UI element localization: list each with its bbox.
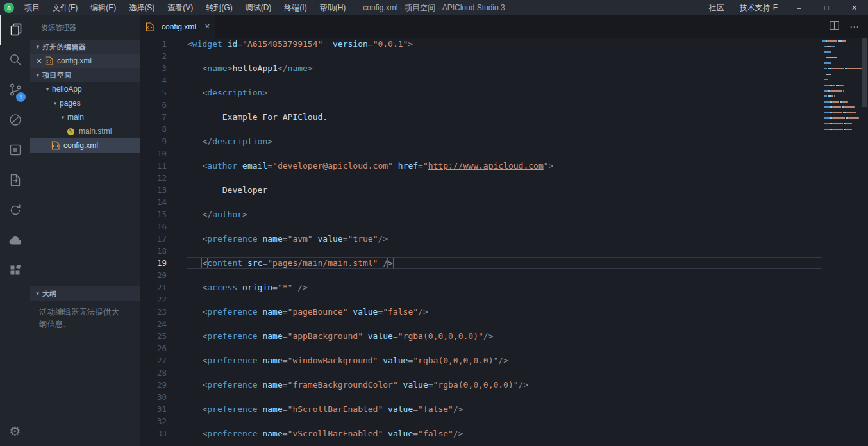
section-project[interactable]: ▾ 项目空间 [30, 68, 140, 82]
code-line-4[interactable]: 4 [140, 74, 822, 87]
activity-plugins-icon[interactable] [0, 256, 30, 286]
line-content [187, 147, 822, 160]
code-line-23[interactable]: 23 <preference name="pageBounce" value="… [140, 306, 822, 318]
tree-item-label: main.stml [79, 127, 112, 136]
code-line-8[interactable]: 8 [140, 123, 822, 135]
tree-item-main.stml[interactable]: Smain.stml [30, 124, 140, 138]
tree-item-config.xml[interactable]: config.xml [30, 138, 140, 153]
scrollbar-thumb[interactable] [862, 38, 867, 107]
code-line-13[interactable]: 13 Developer [140, 184, 822, 196]
code-line-29[interactable]: 29 <preference name="frameBackgroundColo… [140, 379, 822, 391]
code-editor[interactable]: 1<widget id="A6154853799154" version="0.… [140, 38, 868, 446]
code-line-17[interactable]: 17 <preference name="avm" value="true"/> [140, 233, 822, 245]
code-line-10[interactable]: 10 [140, 147, 822, 160]
code-line-28[interactable]: 28 [140, 367, 822, 379]
maximize-button[interactable]: □ [813, 0, 840, 15]
plugins-icon [8, 263, 23, 280]
line-number: 28 [140, 367, 167, 379]
line-number: 11 [140, 160, 167, 172]
minimize-button[interactable]: – [785, 0, 813, 15]
code-lines[interactable]: 1<widget id="A6154853799154" version="0.… [140, 38, 822, 446]
code-line-26[interactable]: 26 [140, 342, 822, 354]
activity-source-control-icon[interactable]: 1 [0, 76, 30, 106]
line-number: 27 [140, 354, 167, 367]
code-line-7[interactable]: 7 Example For APICloud. [140, 111, 822, 123]
more-actions-icon[interactable]: ⋯ [849, 21, 859, 33]
code-line-27[interactable]: 27 <preference name="windowBackground" v… [140, 354, 822, 367]
line-number: 24 [140, 318, 167, 330]
activity-app-window-icon[interactable] [0, 136, 30, 166]
open-editors-list: ✕config.xml [30, 54, 140, 68]
menu-项目[interactable]: 项目 [18, 0, 46, 15]
code-line-14[interactable]: 14 [140, 196, 822, 208]
chevron-down-icon: ▾ [43, 86, 52, 92]
tree-item-main[interactable]: ▾main [30, 110, 140, 124]
community-link[interactable]: 社区 [701, 0, 732, 15]
menu-调试(D)[interactable]: 调试(D) [239, 0, 278, 15]
code-line-11[interactable]: 11 <author email="developer@apicloud.com… [140, 160, 822, 172]
line-content [187, 342, 822, 354]
code-line-22[interactable]: 22 [140, 293, 822, 306]
activity-search-icon[interactable] [0, 45, 30, 76]
activity-explorer-icon[interactable] [0, 15, 30, 45]
code-line-16[interactable]: 16 [140, 220, 822, 233]
code-line-20[interactable]: 20 [140, 269, 822, 281]
code-line-30[interactable]: 30 [140, 391, 822, 403]
code-line-24[interactable]: 24 [140, 318, 822, 330]
menu-转到(G)[interactable]: 转到(G) [199, 0, 238, 15]
code-line-19[interactable]: 19 <content src="pages/main/main.stml" /… [140, 257, 822, 269]
line-content [187, 123, 822, 135]
close-button[interactable]: ✕ [840, 0, 868, 15]
menu-帮助(H)[interactable]: 帮助(H) [313, 0, 353, 15]
app-window-icon [8, 142, 23, 160]
code-line-31[interactable]: 31 <preference name="hScrollBarEnabled" … [140, 403, 822, 415]
line-number: 2 [140, 50, 167, 62]
code-line-2[interactable]: 2 [140, 50, 822, 62]
menu-选择(S)[interactable]: 选择(S) [122, 0, 161, 15]
code-line-21[interactable]: 21 <access origin="*" /> [140, 281, 822, 293]
code-line-6[interactable]: 6 [140, 99, 822, 111]
code-line-15[interactable]: 15 </author> [140, 208, 822, 220]
tree-item-helloApp[interactable]: ▾helloApp [30, 82, 140, 96]
line-content: <access origin="*" /> [187, 281, 822, 293]
line-content [187, 367, 822, 379]
activity-cloud-icon[interactable] [0, 226, 30, 256]
code-line-33[interactable]: 33 <preference name="vScrollBarEnabled" … [140, 427, 822, 440]
code-line-1[interactable]: 1<widget id="A6154853799154" version="0.… [140, 38, 822, 50]
tree-item-pages[interactable]: ▾pages [30, 96, 140, 110]
code-line-3[interactable]: 3 <name>helloApp1</name> [140, 62, 822, 74]
code-line-9[interactable]: 9 </description> [140, 135, 822, 147]
project-tree: ▾helloApp▾pages▾mainSmain.stmlconfig.xml [30, 82, 140, 286]
section-open-editors[interactable]: ▾ 打开的编辑器 [30, 40, 140, 54]
support-link[interactable]: 技术支持-F [732, 0, 785, 15]
line-number: 18 [140, 245, 167, 257]
code-line-32[interactable]: 32 [140, 415, 822, 427]
activity-settings-gear-icon[interactable]: ⚙ [0, 416, 30, 446]
tab-config-xml[interactable]: config.xml ✕ [140, 15, 215, 38]
close-editor-icon[interactable]: ✕ [34, 57, 44, 65]
editor-group: config.xml ✕ ⋯ 1<widget id="A61548537991… [140, 15, 868, 446]
section-outline[interactable]: ▾ 大纲 [30, 286, 140, 301]
code-line-18[interactable]: 18 [140, 245, 822, 257]
code-line-25[interactable]: 25 <preference name="appBackground" valu… [140, 330, 822, 342]
menu-编辑(E)[interactable]: 编辑(E) [84, 0, 122, 15]
editor-scrollbar[interactable] [862, 38, 868, 446]
menu-查看(V)[interactable]: 查看(V) [161, 0, 199, 15]
chevron-down-icon: ▾ [58, 114, 67, 120]
activity-blocked-circle-icon[interactable] [0, 106, 30, 136]
menu-终端(I)[interactable]: 终端(I) [278, 0, 313, 15]
line-content: <author email="developer@apicloud.com" h… [187, 160, 822, 172]
tab-close-icon[interactable]: ✕ [204, 22, 210, 31]
activity-export-page-icon[interactable] [0, 166, 30, 196]
code-line-12[interactable]: 12 [140, 172, 822, 184]
code-line-5[interactable]: 5 <description> [140, 87, 822, 99]
minimap[interactable] [822, 38, 862, 446]
activity-sync-icon[interactable] [0, 196, 30, 226]
open-editor-config.xml[interactable]: ✕config.xml [30, 54, 140, 68]
line-number: 26 [140, 342, 167, 354]
line-number: 10 [140, 147, 167, 160]
xml-file-icon [145, 22, 154, 31]
line-content: <preference name="vScrollBarEnabled" val… [187, 427, 822, 440]
split-editor-icon[interactable] [830, 21, 839, 32]
menu-文件(F)[interactable]: 文件(F) [46, 0, 84, 15]
